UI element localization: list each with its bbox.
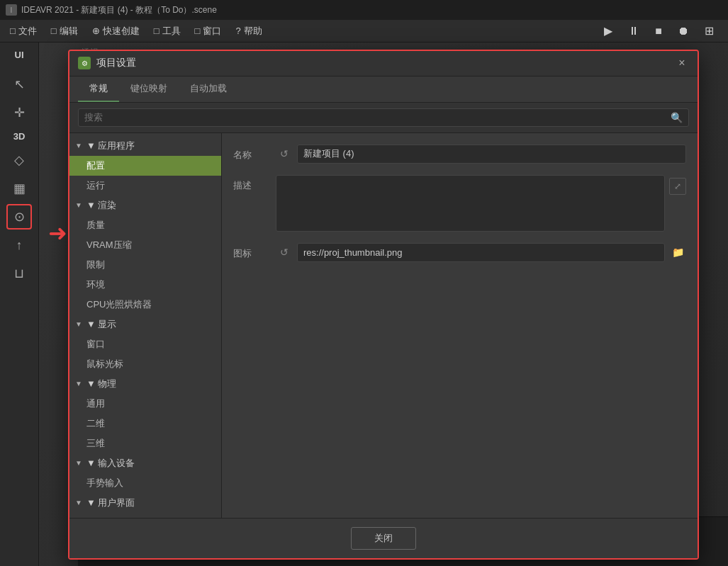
tree-item-environment[interactable]: 环境 [69, 275, 221, 295]
search-icon: 🔍 [671, 112, 683, 123]
tree-item-config[interactable]: 配置 [69, 156, 221, 176]
search-input-wrap: 🔍 [78, 108, 689, 127]
menu-quick-create[interactable]: ⊕ 快速创建 [85, 22, 147, 40]
sidebar-3d-label: 3D [11, 128, 28, 145]
menu-edit-icon: □ [51, 26, 57, 36]
left-sidebar: UI ↖ ✛ 3D ◇ ▦ ⊙ ↑ ⊔ [0, 43, 39, 566]
menu-quick-create-icon: ⊕ [92, 26, 100, 36]
tree-item-cursor[interactable]: 鼠标光标 [69, 354, 221, 374]
app-layout: UI ↖ ✛ 3D ◇ ▦ ⊙ ↑ ⊔ 透视 ▼ □ 文件 ▼ ▼ 日志过... [0, 43, 728, 566]
title-bar: I IDEAVR 2021 - 新建项目 (4) - 教程（To Do）.sce… [0, 0, 728, 20]
sidebar-import-btn[interactable]: ⊔ [6, 261, 32, 286]
desc-field-label: 描述 [233, 175, 276, 192]
desc-expand-button[interactable]: ⤢ [669, 178, 686, 195]
sidebar-move-btn[interactable]: ✛ [6, 100, 32, 125]
sidebar-settings-circle-btn[interactable]: ⊙ [6, 204, 32, 230]
name-field-label: 名称 [233, 145, 276, 162]
tree-group-physics[interactable]: ▼ ▼ 物理 [69, 374, 221, 394]
tab-keybinding[interactable]: 键位映射 [119, 77, 179, 102]
menu-tools[interactable]: □ 工具 [147, 22, 188, 40]
toolbar-right: ▶ ⏸ ■ ⏺ ⊞ [600, 23, 725, 39]
icon-field-content: ↺ 📁 [276, 243, 686, 262]
tree-group-input[interactable]: ▼ ▼ 输入设备 [69, 453, 221, 473]
tree-item-run[interactable]: 运行 [69, 176, 221, 196]
tree-arrow-render: ▼ [75, 201, 82, 209]
menu-edit[interactable]: □ 编辑 [44, 22, 85, 40]
tree-arrow-input: ▼ [75, 459, 82, 467]
record-button[interactable]: ⏺ [673, 23, 693, 39]
menu-help[interactable]: ? 帮助 [228, 22, 269, 40]
modal-overlay: ⚙ 项目设置 × 常规 键位映射 自动加载 🔍 [39, 43, 728, 566]
tree-item-physics-3d[interactable]: 三维 [69, 434, 221, 453]
menu-tools-icon: □ [154, 26, 159, 36]
menu-window[interactable]: □ 窗口 [188, 22, 229, 40]
tree-item-physics-2d[interactable]: 二维 [69, 414, 221, 434]
tree-item-gesture[interactable]: 手势输入 [69, 473, 221, 493]
dialog-search-bar: 🔍 [69, 103, 698, 133]
tree-group-ui[interactable]: ▼ ▼ 用户界面 [69, 493, 221, 513]
dialog-close-icon[interactable]: × [675, 56, 689, 70]
desc-textarea[interactable] [276, 175, 665, 232]
sidebar-ui-label: UI [12, 47, 27, 63]
desc-field-content: ⤢ [276, 175, 686, 232]
field-row-name: 名称 ↺ [233, 145, 686, 164]
window-title: IDEAVR 2021 - 新建项目 (4) - 教程（To Do）.scene [21, 4, 217, 16]
sidebar-upload-btn[interactable]: ↑ [6, 232, 32, 258]
field-row-desc: 描述 ⤢ [233, 175, 686, 232]
layout-button[interactable]: ⊞ [700, 23, 718, 39]
sidebar-image-btn[interactable]: ▦ [6, 176, 32, 201]
menu-file-icon: □ [10, 26, 16, 36]
pause-button[interactable]: ⏸ [624, 23, 644, 39]
tree-item-window[interactable]: 窗口 [69, 334, 221, 354]
main-content: 透视 ▼ □ 文件 ▼ ▼ 日志过... ⚙ 项目设置 [39, 43, 728, 566]
field-row-icon: 图标 ↺ 📁 [233, 243, 686, 262]
tree-group-render[interactable]: ▼ ▼ 渲染 [69, 196, 221, 215]
dialog-title-bar: ⚙ 项目设置 × [69, 51, 698, 77]
dialog-title: 项目设置 [96, 57, 675, 69]
name-input[interactable] [297, 145, 686, 164]
tree-arrow-app: ▼ [75, 142, 82, 149]
icon-refresh-button[interactable]: ↺ [276, 244, 293, 261]
tree-item-ui-general[interactable]: 通用 [69, 513, 221, 518]
tree-item-quality[interactable]: 质量 [69, 215, 221, 235]
tree-panel: ▼ ▼ 应用程序 配置 运行 ▼ ▼ 渲染 质量 VRAM压缩 限制 [69, 133, 222, 518]
sidebar-shape-btn[interactable]: ◇ [6, 147, 32, 173]
tree-item-physics-general[interactable]: 通用 [69, 394, 221, 414]
sidebar-cursor-btn[interactable]: ↖ [6, 72, 32, 97]
dialog-title-icon: ⚙ [78, 57, 91, 69]
icon-input[interactable] [297, 243, 665, 262]
tab-autoload[interactable]: 自动加载 [179, 77, 238, 102]
tree-item-limit[interactable]: 限制 [69, 255, 221, 275]
tab-general[interactable]: 常规 [78, 77, 119, 102]
dialog-tabs: 常规 键位映射 自动加载 [69, 77, 698, 103]
icon-field-label: 图标 [233, 243, 276, 260]
search-input[interactable] [84, 112, 671, 123]
tree-arrow-ui: ▼ [75, 499, 82, 506]
stop-button[interactable]: ■ [651, 23, 666, 39]
name-field-content: ↺ [276, 145, 686, 164]
dialog-footer: 关闭 [69, 518, 698, 558]
app-icon: I [6, 4, 17, 16]
menu-help-icon: ? [235, 26, 240, 36]
play-button[interactable]: ▶ [600, 23, 617, 39]
tree-item-vram[interactable]: VRAM压缩 [69, 235, 221, 255]
name-refresh-button[interactable]: ↺ [276, 145, 293, 162]
menu-file[interactable]: □ 文件 [3, 22, 44, 40]
dialog-close-button[interactable]: 关闭 [351, 527, 416, 550]
dialog-body: ▼ ▼ 应用程序 配置 运行 ▼ ▼ 渲染 质量 VRAM压缩 限制 [69, 133, 698, 518]
menu-bar: □ 文件 □ 编辑 ⊕ 快速创建 □ 工具 □ 窗口 ? 帮助 ▶ ⏸ ■ ⏺ … [0, 20, 728, 43]
project-settings-dialog: ⚙ 项目设置 × 常规 键位映射 自动加载 🔍 [68, 50, 699, 560]
icon-folder-button[interactable]: 📁 [669, 244, 686, 261]
tree-item-cpu-bake[interactable]: CPU光照烘焙器 [69, 295, 221, 315]
content-panel: 名称 ↺ 描述 ⤢ [222, 133, 698, 518]
tree-group-app[interactable]: ▼ ▼ 应用程序 [69, 136, 221, 156]
menu-window-icon: □ [195, 26, 201, 36]
tree-arrow-display: ▼ [75, 320, 82, 328]
tree-arrow-physics: ▼ [75, 380, 82, 387]
tree-group-display[interactable]: ▼ ▼ 显示 [69, 315, 221, 334]
